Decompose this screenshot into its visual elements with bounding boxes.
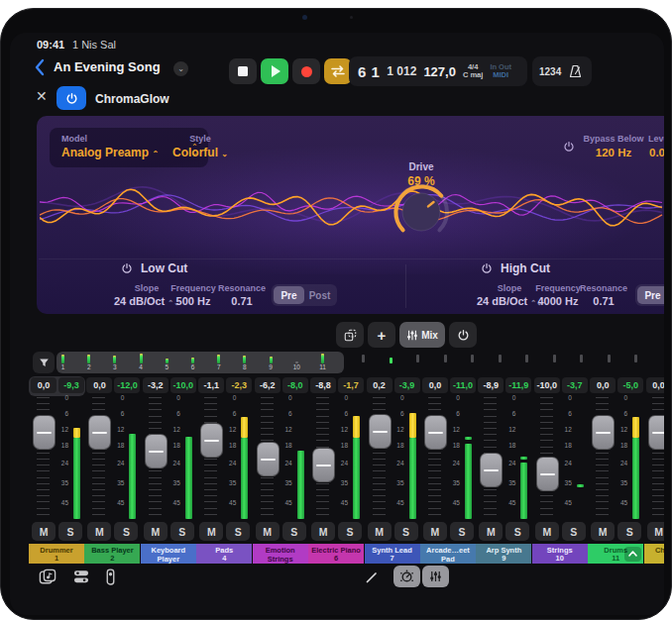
song-title[interactable]: An Evening Song xyxy=(54,59,161,74)
copy-regions-button[interactable] xyxy=(336,322,364,348)
lcd-display[interactable]: 6 1 1 012 127,0 4/4C maj In OutMIDI xyxy=(349,56,527,86)
record-button[interactable] xyxy=(292,58,320,84)
track-number: 3 xyxy=(141,564,196,565)
track-label[interactable]: Electric Piano 6 xyxy=(308,544,364,564)
plugin-power-button[interactable] xyxy=(56,86,86,110)
lowcut-pre-button[interactable]: Pre xyxy=(274,286,304,304)
solo-button[interactable]: S xyxy=(562,522,586,541)
mute-button[interactable]: M xyxy=(144,522,168,541)
lowcut-power-icon[interactable] xyxy=(121,262,133,274)
fader-handle[interactable] xyxy=(257,442,280,476)
solo-button[interactable]: S xyxy=(450,522,474,541)
mute-button[interactable]: M xyxy=(535,522,559,541)
volume-value[interactable]: 0,0 xyxy=(31,377,56,393)
bypass-value[interactable]: 120 Hz xyxy=(583,147,644,158)
mute-button[interactable]: M xyxy=(647,522,664,541)
mixer-power-button[interactable] xyxy=(449,322,477,348)
track-label[interactable]: Synth Lead 7 xyxy=(365,544,420,564)
volume-value[interactable]: 0,2 xyxy=(367,377,392,393)
drive-knob[interactable] xyxy=(392,182,451,242)
track-label[interactable]: Drums 11 xyxy=(588,544,643,564)
smart-controls-button[interactable] xyxy=(393,566,420,587)
volume-value[interactable]: -10,0 xyxy=(534,377,560,393)
stop-button[interactable] xyxy=(229,58,257,84)
solo-button[interactable]: S xyxy=(114,522,138,541)
fader-handle[interactable] xyxy=(33,415,56,450)
volume-value[interactable]: -8,9 xyxy=(478,377,504,393)
count-in-button[interactable]: 1234 xyxy=(539,66,561,77)
volume-value[interactable]: 0,0 xyxy=(422,377,448,393)
filter-button[interactable] xyxy=(33,352,55,373)
track-label[interactable]: Bass Player 2 xyxy=(84,544,140,564)
fader-handle[interactable] xyxy=(145,434,168,468)
track-label[interactable]: Pads 4 xyxy=(196,544,252,564)
solo-button[interactable]: S xyxy=(338,522,362,541)
mix-button[interactable]: Mix xyxy=(399,322,445,348)
add-track-button[interactable]: + xyxy=(368,322,395,348)
song-menu-chevron[interactable]: ⌄ xyxy=(173,61,188,76)
solo-button[interactable]: S xyxy=(170,522,194,541)
mute-button[interactable]: M xyxy=(591,522,615,541)
pencil-icon[interactable] xyxy=(365,570,379,584)
solo-button[interactable]: S xyxy=(282,522,306,541)
navigator-track-number: 8 xyxy=(243,363,247,370)
lowcut-resonance-value[interactable]: 0.71 xyxy=(212,295,272,307)
solo-button[interactable]: S xyxy=(58,522,82,541)
volume-value[interactable]: -1,1 xyxy=(198,377,224,393)
mute-button[interactable]: M xyxy=(256,522,280,541)
track-label[interactable]: Arp Synth 9 xyxy=(476,544,531,564)
metronome-icon[interactable] xyxy=(569,64,582,78)
track-label[interactable]: Chorus V 12 xyxy=(644,544,664,564)
track-label[interactable]: Emotion Strings 5 xyxy=(253,544,308,564)
track-label[interactable]: Drummer 1 xyxy=(29,544,84,564)
volume-value[interactable]: -8,8 xyxy=(310,377,336,393)
navigator-viewport[interactable]: 1234567891011 xyxy=(56,352,344,373)
style-dropdown[interactable]: Colorful ⌄ xyxy=(157,146,244,159)
volume-value[interactable]: 0,0 xyxy=(590,377,616,393)
collapse-chevron-button[interactable] xyxy=(624,547,641,562)
mixer-view-button[interactable] xyxy=(422,566,449,587)
fader-handle[interactable] xyxy=(648,415,664,450)
lowcut-post-button[interactable]: Post xyxy=(304,286,335,304)
fader-handle[interactable] xyxy=(312,448,335,482)
solo-button[interactable]: S xyxy=(226,522,250,541)
solo-button[interactable]: S xyxy=(617,522,641,541)
loop-browser-icon[interactable] xyxy=(39,568,56,585)
level-value[interactable]: 0.0 xyxy=(649,147,664,158)
track-label[interactable]: Keyboard Player 3 xyxy=(141,544,196,564)
mute-button[interactable]: M xyxy=(479,522,503,541)
solo-button[interactable]: S xyxy=(394,522,418,541)
volume-value[interactable]: -3,2 xyxy=(143,377,168,393)
highcut-resonance-value[interactable]: 0.71 xyxy=(574,295,633,307)
mute-button[interactable]: M xyxy=(32,522,56,541)
volume-value[interactable]: -6,2 xyxy=(255,377,280,393)
mute-button[interactable]: M xyxy=(311,522,335,541)
back-icon[interactable] xyxy=(34,58,46,76)
fader-handle[interactable] xyxy=(200,423,223,458)
track-label[interactable]: Strings 10 xyxy=(532,544,588,564)
fader-handle[interactable] xyxy=(592,415,615,450)
track-navigator[interactable]: 1234567891011 xyxy=(33,352,659,373)
fader-control-icon[interactable] xyxy=(104,568,117,585)
highcut-pre-button[interactable]: Pre xyxy=(637,286,664,304)
play-button[interactable] xyxy=(261,58,288,84)
fader-handle[interactable] xyxy=(369,414,392,449)
plugins-icon[interactable] xyxy=(73,569,89,584)
cycle-button[interactable] xyxy=(324,58,352,84)
mute-button[interactable]: M xyxy=(423,522,447,541)
db-scale-label: 0 xyxy=(500,394,515,401)
mute-button[interactable]: M xyxy=(368,522,392,541)
fader-handle[interactable] xyxy=(536,457,559,491)
track-label[interactable]: Arcade…eet Pad 8 xyxy=(420,544,476,564)
fader-handle[interactable] xyxy=(88,415,111,450)
highcut-power-icon[interactable] xyxy=(481,262,493,274)
mute-button[interactable]: M xyxy=(87,522,111,541)
bypass-power-icon[interactable] xyxy=(563,141,575,153)
volume-value[interactable]: 0,0 xyxy=(646,377,664,393)
volume-value[interactable]: 0,0 xyxy=(86,377,112,393)
fader-handle[interactable] xyxy=(424,415,447,450)
solo-button[interactable]: S xyxy=(505,522,529,541)
mute-button[interactable]: M xyxy=(199,522,223,541)
fader-handle[interactable] xyxy=(480,453,503,487)
close-icon[interactable]: ✕ xyxy=(36,88,48,104)
